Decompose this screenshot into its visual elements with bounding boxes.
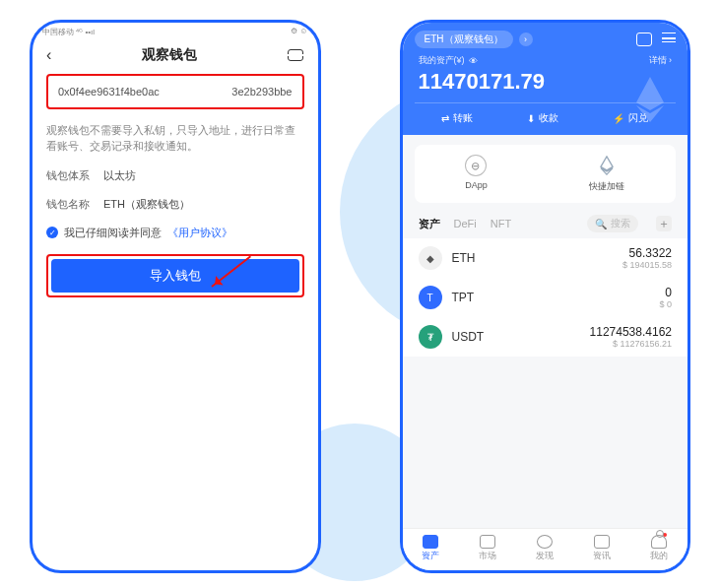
asset-list: ◆ ETH 56.3322 $ 194015.58 T TPT 0 $ 0 ₮ …	[403, 238, 688, 357]
compass-icon: ⊘	[461, 150, 491, 180]
asset-row-tpt[interactable]: T TPT 0 $ 0	[403, 278, 688, 317]
nav-news[interactable]: 资讯	[593, 535, 611, 562]
wallet-icon	[423, 535, 438, 549]
wallet-header: ETH（观察钱包） › 我的资产(¥) 👁 详情 › 11470171.79 ⇄	[403, 23, 688, 135]
tpt-icon: T	[419, 286, 442, 309]
discover-icon	[537, 535, 553, 549]
watch-wallet-desc: 观察钱包不需要导入私钥，只导入地址，进行日常查看账号、交易记录和接收通知。	[46, 123, 304, 155]
status-left: 中国移动 ⁴ᴳ ••ıl	[42, 27, 95, 40]
eth-outline-icon	[596, 155, 618, 176]
wallet-chip[interactable]: ETH（观察钱包）	[415, 31, 513, 48]
wallet-system-label: 钱包体系	[46, 168, 90, 183]
page-title: 观察钱包	[142, 46, 197, 64]
address-suffix: 3e2b293bbe	[231, 86, 292, 98]
asset-row-usdt[interactable]: ₮ USDT 11274538.4162 $ 11276156.21	[403, 317, 688, 357]
wallet-system-row: 钱包体系 以太坊	[46, 168, 304, 183]
wallet-name-value: ETH（观察钱包）	[103, 197, 190, 212]
news-icon	[594, 535, 610, 549]
agree-row[interactable]: 我已仔细阅读并同意 《用户协议》	[46, 226, 304, 240]
eye-icon[interactable]: 👁	[469, 56, 478, 66]
wallet-name-label: 钱包名称	[46, 197, 90, 212]
market-icon	[480, 535, 495, 549]
balance-label: 我的资产(¥)	[419, 54, 465, 67]
user-agreement-link[interactable]: 《用户协议》	[167, 226, 232, 240]
balance-detail-link[interactable]: 详情 ›	[649, 54, 673, 67]
statusbar: 中国移动 ⁴ᴳ ••ıl ⚙ ☺	[33, 23, 318, 40]
search-icon: 🔍	[595, 219, 607, 229]
download-icon: ⬇	[527, 113, 535, 124]
asset-row-eth[interactable]: ◆ ETH 56.3322 $ 194015.58	[403, 238, 688, 278]
swap-icon: ⇄	[441, 113, 449, 124]
wallet-name-row: 钱包名称 ETH（观察钱包）	[46, 197, 304, 212]
status-right: ⚙ ☺	[291, 27, 307, 40]
quick-links: ⊘ DApp 快捷加链	[415, 145, 677, 203]
bottom-nav: 资产 市场 发现 资讯 我的	[403, 528, 688, 570]
asset-tabs: 资产 DeFi NFT 🔍 搜索 ＋	[403, 203, 688, 238]
scan-qr-icon[interactable]	[636, 33, 652, 46]
eth-bg-icon	[630, 77, 670, 122]
address-prefix: 0x0f4ee9631f4be0ac	[58, 86, 160, 98]
nav-discover[interactable]: 发现	[536, 535, 554, 562]
add-chain-button[interactable]: 快捷加链	[589, 155, 624, 193]
nav-market[interactable]: 市场	[479, 535, 496, 562]
wallet-system-value: 以太坊	[103, 168, 136, 183]
dapp-button[interactable]: ⊘ DApp	[465, 155, 488, 193]
search-input[interactable]: 🔍 搜索	[587, 215, 638, 232]
agree-text: 我已仔细阅读并同意	[64, 226, 162, 240]
right-phone: ETH（观察钱包） › 我的资产(¥) 👁 详情 › 11470171.79 ⇄	[400, 20, 691, 573]
flash-icon: ⚡	[613, 113, 624, 124]
transfer-button[interactable]: ⇄ 转账	[441, 111, 473, 125]
scan-icon[interactable]	[288, 49, 303, 61]
eth-icon: ◆	[419, 246, 442, 270]
tab-defi[interactable]: DeFi	[454, 218, 477, 229]
nav-assets[interactable]: 资产	[422, 535, 439, 562]
profile-icon	[651, 535, 667, 549]
titlebar: ‹ 观察钱包	[33, 40, 318, 74]
address-input[interactable]: 0x0f4ee9631f4be0ac 3e2b293bbe	[46, 74, 304, 109]
agree-checkbox-icon[interactable]	[46, 227, 58, 238]
tab-assets[interactable]: 资产	[419, 217, 440, 231]
import-wallet-button[interactable]: 导入钱包	[51, 259, 299, 293]
usdt-icon: ₮	[419, 325, 442, 349]
receive-button[interactable]: ⬇ 收款	[527, 111, 558, 125]
nav-me[interactable]: 我的	[650, 535, 668, 562]
import-highlight: 导入钱包	[46, 254, 304, 297]
menu-icon[interactable]	[662, 33, 676, 42]
back-icon[interactable]: ‹	[46, 46, 51, 64]
add-asset-button[interactable]: ＋	[656, 216, 672, 231]
tab-nft[interactable]: NFT	[491, 218, 511, 229]
wallet-switch-icon[interactable]: ›	[519, 33, 533, 46]
left-phone: 中国移动 ⁴ᴳ ••ıl ⚙ ☺ ‹ 观察钱包 0x0f4ee9631f4be0…	[30, 20, 321, 573]
